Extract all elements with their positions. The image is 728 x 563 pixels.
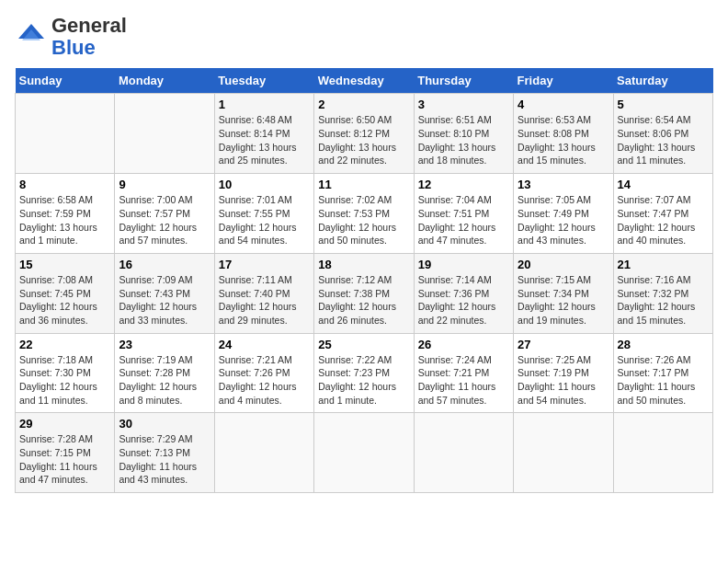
calendar-day-cell [414, 413, 513, 493]
calendar-day-cell: 1Sunrise: 6:48 AMSunset: 8:14 PMDaylight… [214, 94, 313, 174]
day-number: 30 [119, 417, 210, 431]
day-number: 24 [219, 338, 310, 351]
day-number: 26 [418, 338, 509, 351]
calendar-week-row: 8Sunrise: 6:58 AMSunset: 7:59 PMDaylight… [16, 174, 713, 254]
day-info: Sunrise: 7:11 AMSunset: 7:40 PMDaylight:… [219, 274, 297, 326]
day-number: 25 [318, 338, 409, 351]
day-info: Sunrise: 7:26 AMSunset: 7:17 PMDaylight:… [618, 354, 696, 406]
day-info: Sunrise: 7:08 AMSunset: 7:45 PMDaylight:… [19, 274, 97, 326]
day-info: Sunrise: 7:15 AMSunset: 7:34 PMDaylight:… [518, 274, 596, 326]
calendar-day-cell: 26Sunrise: 7:24 AMSunset: 7:21 PMDayligh… [414, 333, 513, 413]
day-number: 22 [19, 338, 110, 351]
day-info: Sunrise: 6:53 AMSunset: 8:08 PMDaylight:… [518, 114, 596, 166]
day-info: Sunrise: 7:25 AMSunset: 7:19 PMDaylight:… [518, 354, 596, 406]
calendar-day-cell: 14Sunrise: 7:07 AMSunset: 7:47 PMDayligh… [613, 174, 712, 254]
day-info: Sunrise: 7:04 AMSunset: 7:51 PMDaylight:… [418, 194, 496, 246]
calendar-table: SundayMondayTuesdayWednesdayThursdayFrid… [15, 68, 713, 493]
calendar-day-cell: 23Sunrise: 7:19 AMSunset: 7:28 PMDayligh… [115, 333, 214, 413]
day-number: 15 [19, 258, 110, 271]
day-number: 12 [418, 178, 509, 191]
day-number: 23 [119, 338, 210, 351]
day-number: 17 [219, 258, 310, 271]
day-info: Sunrise: 7:09 AMSunset: 7:43 PMDaylight:… [119, 274, 197, 326]
day-info: Sunrise: 7:29 AMSunset: 7:13 PMDaylight:… [119, 433, 197, 485]
day-of-week-header: Sunday [16, 68, 115, 94]
day-of-week-header: Monday [115, 68, 214, 94]
day-of-week-header: Friday [514, 68, 613, 94]
calendar-day-cell: 16Sunrise: 7:09 AMSunset: 7:43 PMDayligh… [115, 253, 214, 333]
day-number: 2 [318, 98, 409, 111]
day-number: 8 [19, 178, 110, 191]
day-info: Sunrise: 6:51 AMSunset: 8:10 PMDaylight:… [418, 114, 496, 166]
calendar-day-cell: 29Sunrise: 7:28 AMSunset: 7:15 PMDayligh… [16, 413, 115, 493]
day-number: 27 [518, 338, 609, 351]
day-number: 28 [618, 338, 709, 351]
calendar-day-cell: 18Sunrise: 7:12 AMSunset: 7:38 PMDayligh… [314, 253, 414, 333]
calendar-day-cell: 17Sunrise: 7:11 AMSunset: 7:40 PMDayligh… [214, 253, 313, 333]
day-info: Sunrise: 7:16 AMSunset: 7:32 PMDaylight:… [618, 274, 696, 326]
day-number: 9 [119, 178, 210, 191]
calendar-day-cell: 24Sunrise: 7:21 AMSunset: 7:26 PMDayligh… [214, 333, 313, 413]
day-number: 29 [19, 417, 110, 431]
day-info: Sunrise: 6:50 AMSunset: 8:12 PMDaylight:… [318, 114, 396, 166]
day-of-week-header: Wednesday [314, 68, 414, 94]
logo-general-text: General [51, 14, 127, 37]
calendar-day-cell: 2Sunrise: 6:50 AMSunset: 8:12 PMDaylight… [314, 94, 414, 174]
calendar-day-cell: 25Sunrise: 7:22 AMSunset: 7:23 PMDayligh… [314, 333, 414, 413]
calendar-day-cell [613, 413, 712, 493]
calendar-day-cell: 15Sunrise: 7:08 AMSunset: 7:45 PMDayligh… [16, 253, 115, 333]
calendar-day-cell: 13Sunrise: 7:05 AMSunset: 7:49 PMDayligh… [514, 174, 613, 254]
calendar-day-cell: 21Sunrise: 7:16 AMSunset: 7:32 PMDayligh… [613, 253, 712, 333]
calendar-day-cell: 12Sunrise: 7:04 AMSunset: 7:51 PMDayligh… [414, 174, 513, 254]
day-number: 14 [618, 178, 709, 191]
calendar-day-cell: 28Sunrise: 7:26 AMSunset: 7:17 PMDayligh… [613, 333, 712, 413]
calendar-week-row: 22Sunrise: 7:18 AMSunset: 7:30 PMDayligh… [16, 333, 713, 413]
day-number: 5 [618, 98, 709, 111]
calendar-day-cell: 22Sunrise: 7:18 AMSunset: 7:30 PMDayligh… [16, 333, 115, 413]
day-number: 13 [518, 178, 609, 191]
calendar-day-cell: 10Sunrise: 7:01 AMSunset: 7:55 PMDayligh… [214, 174, 313, 254]
calendar-day-cell [214, 413, 313, 493]
calendar-day-cell: 3Sunrise: 6:51 AMSunset: 8:10 PMDaylight… [414, 94, 513, 174]
day-number: 18 [318, 258, 409, 271]
day-number: 1 [219, 98, 310, 111]
day-info: Sunrise: 7:01 AMSunset: 7:55 PMDaylight:… [219, 194, 297, 246]
calendar-day-cell: 19Sunrise: 7:14 AMSunset: 7:36 PMDayligh… [414, 253, 513, 333]
calendar-day-cell: 11Sunrise: 7:02 AMSunset: 7:53 PMDayligh… [314, 174, 414, 254]
calendar-week-row: 1Sunrise: 6:48 AMSunset: 8:14 PMDaylight… [16, 94, 713, 174]
day-number: 11 [318, 178, 409, 191]
day-info: Sunrise: 7:22 AMSunset: 7:23 PMDaylight:… [318, 354, 396, 406]
day-number: 3 [418, 98, 509, 111]
day-number: 16 [119, 258, 210, 271]
calendar-day-cell: 5Sunrise: 6:54 AMSunset: 8:06 PMDaylight… [613, 94, 712, 174]
page-header: General Blue [15, 15, 713, 59]
day-of-week-header: Saturday [613, 68, 712, 94]
calendar-header-row: SundayMondayTuesdayWednesdayThursdayFrid… [16, 68, 713, 94]
day-info: Sunrise: 7:14 AMSunset: 7:36 PMDaylight:… [418, 274, 496, 326]
calendar-day-cell [115, 94, 214, 174]
calendar-body: 1Sunrise: 6:48 AMSunset: 8:14 PMDaylight… [16, 94, 713, 493]
day-info: Sunrise: 7:05 AMSunset: 7:49 PMDaylight:… [518, 194, 596, 246]
calendar-day-cell [514, 413, 613, 493]
day-number: 21 [618, 258, 709, 271]
day-info: Sunrise: 7:28 AMSunset: 7:15 PMDaylight:… [19, 433, 97, 485]
day-info: Sunrise: 7:00 AMSunset: 7:57 PMDaylight:… [119, 194, 197, 246]
calendar-day-cell: 30Sunrise: 7:29 AMSunset: 7:13 PMDayligh… [115, 413, 214, 493]
logo-blue-text: Blue [51, 36, 96, 59]
logo: General Blue [15, 15, 127, 59]
day-info: Sunrise: 7:19 AMSunset: 7:28 PMDaylight:… [119, 354, 197, 406]
day-of-week-header: Thursday [414, 68, 513, 94]
calendar-day-cell: 4Sunrise: 6:53 AMSunset: 8:08 PMDaylight… [514, 94, 613, 174]
day-info: Sunrise: 7:18 AMSunset: 7:30 PMDaylight:… [19, 354, 97, 406]
calendar-week-row: 29Sunrise: 7:28 AMSunset: 7:15 PMDayligh… [16, 413, 713, 493]
calendar-day-cell: 8Sunrise: 6:58 AMSunset: 7:59 PMDaylight… [16, 174, 115, 254]
day-number: 20 [518, 258, 609, 271]
day-info: Sunrise: 7:12 AMSunset: 7:38 PMDaylight:… [318, 274, 396, 326]
day-info: Sunrise: 7:21 AMSunset: 7:26 PMDaylight:… [219, 354, 297, 406]
calendar-day-cell [16, 94, 115, 174]
day-info: Sunrise: 7:02 AMSunset: 7:53 PMDaylight:… [318, 194, 396, 246]
day-info: Sunrise: 7:24 AMSunset: 7:21 PMDaylight:… [418, 354, 496, 406]
day-number: 4 [518, 98, 609, 111]
calendar-day-cell [314, 413, 414, 493]
calendar-day-cell: 27Sunrise: 7:25 AMSunset: 7:19 PMDayligh… [514, 333, 613, 413]
